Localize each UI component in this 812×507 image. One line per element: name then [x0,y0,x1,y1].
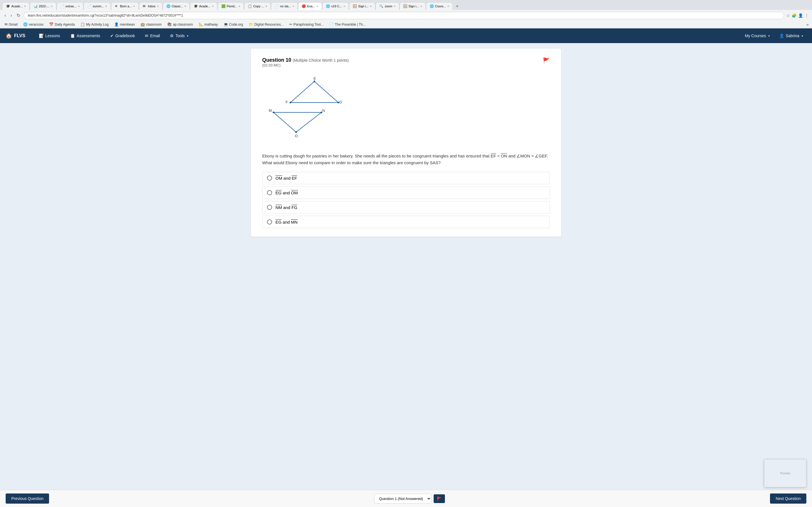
gmail-icon: ✉ [4,22,8,26]
geometry-svg: E F G M N O [268,76,358,146]
question-title: Question 10 (Multiple Choice Worth 1 poi… [262,57,349,63]
nav-my-courses[interactable]: My Courses ▾ [742,29,773,43]
tab-classroom[interactable]: 🌐 Classr... × [163,2,190,10]
svg-text:G: G [339,100,342,104]
tools-dropdown-arrow: ▾ [187,34,188,38]
url-bar[interactable]: learn.flvs.net/educator/student/examform… [24,12,784,19]
radio-c[interactable] [267,205,272,210]
bookmark-ap-classroom[interactable]: 📚 ap classroom [166,22,194,27]
choice-c-text: NM and FG [275,205,297,210]
bookmarks-more[interactable]: » [806,22,809,27]
tab-close[interactable]: × [317,4,318,8]
svg-line-11 [296,112,321,132]
radio-d[interactable] [267,219,272,224]
tab-inbox[interactable]: ✉ Inbox × [139,2,162,10]
tab-v19[interactable]: 🌐 v19 C... × [322,2,349,10]
classroom-icon: 🏫 [140,22,145,26]
brand-name: FLVS [14,33,26,38]
tab-extract[interactable]: 📄 extrac... × [57,2,84,10]
nav-gradebook[interactable]: ✔ Gradebook [105,29,140,43]
tab-close[interactable]: × [78,4,80,8]
new-tab-button[interactable]: + [453,3,461,10]
tab-favicon: ✳ [115,4,119,8]
bookmark-daily-agenda[interactable]: 📅 Daily Agenda [48,22,76,27]
bookmark-membean[interactable]: 👤 membean [113,22,136,27]
tab-sign2[interactable]: 🪟 Sign i... × [400,2,426,10]
given-on: ON [501,154,507,158]
tab-close[interactable]: × [343,4,345,8]
tab-close[interactable]: × [370,4,371,8]
tab-favicon: 📄 [87,4,91,8]
tab-nosla[interactable]: 📄 no sla... × [271,2,298,10]
answer-choice-a[interactable]: OM and EF [262,172,550,184]
bookmark-activity-log[interactable]: 📋 My Activity Log [79,22,110,27]
bookmark-classroom[interactable]: 🏫 classroom [139,22,163,27]
tab-favicon: ✉ [143,4,147,8]
tab-close[interactable]: × [157,4,159,8]
bookmarks-bar: ✉ Gmail 🌐 veracross 📅 Daily Agenda 📋 My … [0,21,812,28]
tab-close[interactable]: × [133,4,135,8]
extension-button[interactable]: 🧩 [792,13,797,18]
tab-close[interactable]: × [265,4,267,8]
profile-button[interactable]: 👤 [798,13,803,18]
svg-point-7 [290,102,291,103]
tab-acade-2[interactable]: 🎓 Acade... × [190,2,217,10]
back-button[interactable]: ‹ [3,12,7,19]
nav-assessments[interactable]: 📋 Assessments [65,29,105,43]
brand[interactable]: 🏠 FLVS [6,33,26,39]
tab-close[interactable]: × [105,4,107,8]
bookmark-gmail[interactable]: ✉ Gmail [3,22,18,27]
tab-close[interactable]: × [24,4,26,8]
tab-close[interactable]: × [447,4,449,8]
bookmark-paraphrasing[interactable]: ✂ Paraphrasing Tool... [288,22,325,27]
tab-favicon: 🪟 [353,4,357,8]
bookmark-preamble[interactable]: 📄 The Preamble | Th... [328,22,367,27]
tab-born[interactable]: ✳ Born a... × [111,2,139,10]
answer-choice-d[interactable]: EG and MN [262,216,550,228]
tab-summ[interactable]: 📄 summ... × [84,2,111,10]
radio-a[interactable] [267,175,272,180]
tab-exam-active[interactable]: 🔴 Exa... × [298,2,322,10]
menu-button[interactable]: ⋮ [805,13,809,18]
tab-close[interactable]: × [239,4,240,8]
tab-close[interactable]: × [185,4,186,8]
bookmark-mathway[interactable]: 📐 mathway [198,22,219,27]
tab-cours[interactable]: 🌐 Cours... × [426,2,453,10]
tab-sign1[interactable]: 🪟 Sign i... × [349,2,375,10]
tab-copy[interactable]: 📋 Copy ... × [244,2,271,10]
tab-close[interactable]: × [292,4,294,8]
question-title-area: Question 10 (Multiple Choice Worth 1 poi… [262,57,349,73]
bookmark-codeorg[interactable]: 💻 Code.org [222,22,244,27]
tab-florid[interactable]: 🟩 Florid... × [218,2,244,10]
activity-log-icon: 📋 [80,22,85,26]
tab-favicon: 🎓 [6,4,10,8]
bookmark-digital-resources[interactable]: 📁 Digital Resources... [248,22,285,27]
nav-sabrina[interactable]: 👤 Sabrina ▾ [776,29,806,43]
reload-button[interactable]: ↻ [15,11,21,19]
tab-close[interactable]: × [394,4,395,8]
svg-line-0 [290,81,314,103]
tab-close[interactable]: × [212,4,214,8]
main-content: Question 10 (Multiple Choice Worth 1 poi… [0,43,812,242]
forward-button[interactable]: › [9,12,13,19]
tab-close[interactable]: × [420,4,422,8]
radio-b[interactable] [267,190,272,195]
svg-text:M: M [269,108,272,113]
svg-point-17 [295,131,297,133]
tab-2022[interactable]: 📊 2022-... × [30,2,56,10]
choice-d-text2: MN [291,220,297,224]
bookmark-veracross[interactable]: 🌐 veracross [22,22,45,27]
tab-close[interactable]: × [51,4,52,8]
nav-lessons[interactable]: 📝 Lessons [34,29,65,43]
flag-button[interactable]: 🚩 [543,57,550,64]
choice-a-text2: EF [292,176,297,180]
nav-tools[interactable]: ⚙ Tools ▾ [165,29,193,43]
tab-zoom[interactable]: 🔍 zoom × [375,2,399,10]
answer-choice-c[interactable]: NM and FG [262,201,550,214]
bookmark-button[interactable]: ☆ [786,13,790,18]
nav-email[interactable]: ✉ Email [140,29,165,43]
tab-favicon: 🌐 [326,4,330,8]
tab-acade-1[interactable]: 🎓 Acade... × [2,2,30,10]
answer-choice-b[interactable]: EG and OM [262,186,550,199]
question-code: (02.03 MC) [262,63,349,67]
